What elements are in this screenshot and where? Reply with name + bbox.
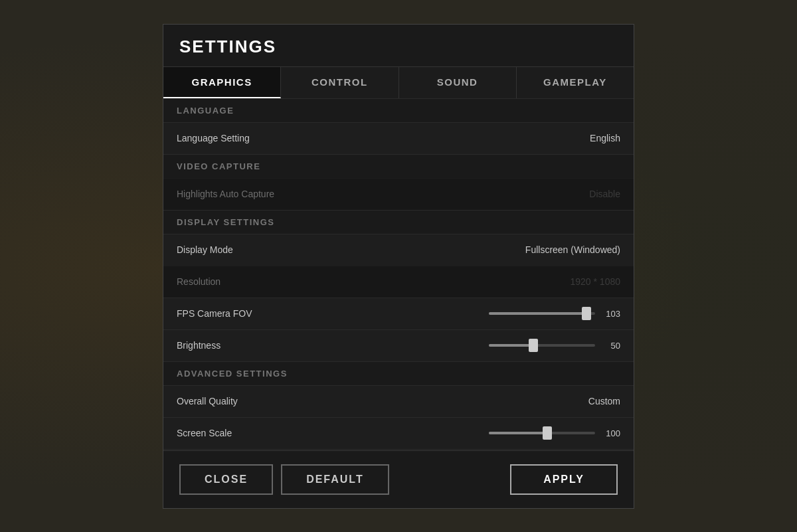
row-language-setting[interactable]: Language Setting English	[163, 122, 634, 154]
settings-modal: SETTINGS GRAPHICS CONTROL SOUND GAMEPLAY…	[163, 24, 634, 509]
section-header-advanced-settings: ADVANCED SETTINGS	[163, 361, 634, 385]
slider-fill-screen-scale	[489, 432, 547, 434]
row-fps-camera-fov[interactable]: FPS Camera FOV 103	[163, 298, 634, 329]
value-overall-quality: Custom	[588, 396, 620, 406]
label-fps-camera-fov: FPS Camera FOV	[177, 308, 252, 319]
slider-track-brightness	[489, 344, 595, 347]
row-brightness[interactable]: Brightness 50	[163, 329, 634, 361]
value-language-setting: English	[590, 133, 620, 143]
label-display-mode: Display Mode	[177, 244, 233, 255]
tab-sound[interactable]: SOUND	[399, 67, 517, 98]
section-header-display-settings: DISPLAY SETTINGS	[163, 210, 634, 234]
section-header-language: LANGUAGE	[163, 98, 634, 122]
tabs-container: GRAPHICS CONTROL SOUND GAMEPLAY	[163, 67, 634, 98]
modal-header: SETTINGS	[163, 25, 634, 67]
slider-fill-brightness	[489, 344, 533, 347]
label-screen-scale: Screen Scale	[177, 428, 232, 438]
row-highlights-auto-capture: Highlights Auto Capture Disable	[163, 178, 634, 210]
settings-content: LANGUAGE Language Setting English VIDEO …	[163, 98, 634, 450]
slider-screen-scale[interactable]: 100	[489, 428, 620, 438]
row-resolution: Resolution 1920 * 1080	[163, 266, 634, 298]
row-overall-quality[interactable]: Overall Quality Custom	[163, 385, 634, 417]
close-button[interactable]: CLOSE	[179, 464, 273, 495]
label-brightness: Brightness	[177, 340, 221, 351]
modal-footer: CLOSE DEFAULT APPLY	[163, 450, 634, 508]
tab-gameplay[interactable]: GAMEPLAY	[517, 67, 634, 98]
slider-fill-fps	[489, 312, 586, 315]
default-button[interactable]: DEFAULT	[281, 464, 389, 495]
row-display-mode[interactable]: Display Mode Fullscreen (Windowed)	[163, 234, 634, 266]
slider-track-screen-scale	[489, 432, 595, 434]
value-screen-scale: 100	[600, 428, 620, 438]
row-screen-scale[interactable]: Screen Scale 100	[163, 417, 634, 449]
slider-fps-camera-fov[interactable]: 103	[489, 309, 620, 319]
modal-title: SETTINGS	[179, 37, 276, 56]
value-resolution: 1920 * 1080	[570, 276, 620, 287]
value-fps-camera-fov: 103	[600, 309, 620, 319]
value-display-mode: Fullscreen (Windowed)	[525, 244, 620, 255]
value-brightness: 50	[600, 341, 620, 351]
label-resolution: Resolution	[177, 276, 221, 287]
slider-brightness[interactable]: 50	[489, 341, 620, 351]
label-language-setting: Language Setting	[177, 133, 250, 143]
footer-left-buttons: CLOSE DEFAULT	[179, 464, 389, 495]
tab-control[interactable]: CONTROL	[281, 67, 398, 98]
slider-thumb-brightness[interactable]	[529, 339, 538, 352]
tab-graphics[interactable]: GRAPHICS	[163, 67, 281, 98]
slider-thumb-screen-scale[interactable]	[543, 426, 552, 440]
slider-thumb-fps[interactable]	[582, 307, 591, 320]
section-header-video-capture: VIDEO CAPTURE	[163, 154, 634, 178]
label-highlights-auto-capture: Highlights Auto Capture	[177, 189, 274, 199]
value-highlights-auto-capture: Disable	[589, 189, 620, 199]
slider-track-fps	[489, 312, 595, 315]
apply-button[interactable]: APPLY	[510, 464, 618, 495]
label-overall-quality: Overall Quality	[177, 396, 238, 406]
